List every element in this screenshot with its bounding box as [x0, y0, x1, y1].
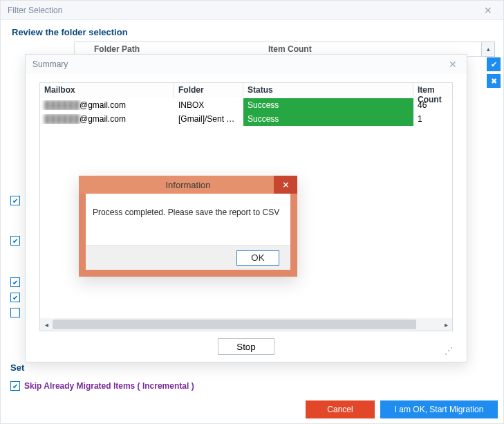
status-badge: Success [243, 112, 413, 126]
mailbox-domain: @gmail.com [80, 100, 126, 110]
horizontal-scrollbar[interactable]: ◂ ▸ [40, 318, 452, 331]
filter-checkbox[interactable] [10, 293, 20, 302]
summary-title: Summary [32, 59, 68, 69]
filter-checkbox-stack [10, 196, 20, 348]
scroll-up-button[interactable]: ▴ [481, 42, 495, 57]
col-item-count: Item Count [413, 83, 452, 98]
review-heading: Review the folder selection [12, 27, 495, 37]
information-title: Information [165, 180, 210, 190]
cell-status: Success [243, 98, 413, 112]
cell-status: Success [243, 112, 413, 126]
scroll-right-button[interactable]: ▸ [440, 318, 452, 331]
cell-item-count: 46 [413, 100, 452, 110]
skip-migrated-checkbox[interactable] [10, 381, 20, 391]
skip-migrated-row: Skip Already Migrated Items ( Incrementa… [10, 381, 194, 391]
col-mailbox: Mailbox [40, 83, 174, 98]
filter-checkbox[interactable] [10, 277, 20, 287]
summary-titlebar: Summary ✕ [26, 55, 467, 74]
mailbox-redacted: ██████ [44, 114, 80, 124]
resize-grip-icon: ⋰ [443, 347, 453, 356]
col-item-count: Item Count [268, 44, 494, 54]
scroll-track[interactable] [53, 318, 440, 331]
table-row[interactable]: ██████@gmail.com [Gmail]/Sent Mail Succe… [40, 112, 452, 126]
information-message: Process completed. Please save the repor… [86, 194, 290, 217]
skip-migrated-label: Skip Already Migrated Items ( Incrementa… [24, 381, 194, 391]
bottom-bar: Cancel I am OK, Start Migration [1, 396, 503, 423]
information-footer: OK [86, 245, 290, 270]
status-badge: Success [243, 98, 413, 112]
information-titlebar: Information ✕ [79, 176, 297, 194]
select-all-button[interactable]: ✔ [487, 57, 501, 71]
information-dialog: Information ✕ Process completed. Please … [79, 176, 297, 277]
close-icon[interactable]: ✕ [480, 3, 496, 17]
ok-button[interactable]: OK [236, 250, 279, 266]
col-status: Status [243, 83, 413, 98]
col-folder-path: Folder Path [75, 44, 268, 54]
filter-selection-titlebar: Filter Selection ✕ [1, 1, 503, 20]
start-migration-button[interactable]: I am OK, Start Migration [380, 400, 498, 418]
close-icon[interactable]: ✕ [446, 57, 460, 71]
settings-label: Set [10, 362, 24, 373]
summary-grid-header: Mailbox Folder Status Item Count [40, 83, 452, 98]
cell-mailbox: ██████@gmail.com [40, 114, 174, 124]
cancel-button[interactable]: Cancel [306, 400, 375, 418]
cell-item-count: 1 [413, 114, 452, 124]
filter-checkbox[interactable] [10, 308, 20, 317]
filter-selection-title: Filter Selection [8, 1, 62, 20]
mailbox-redacted: ██████ [44, 100, 80, 110]
cell-folder: INBOX [174, 100, 243, 110]
table-row[interactable]: ██████@gmail.com INBOX Success 46 [40, 98, 452, 112]
cell-mailbox: ██████@gmail.com [40, 100, 174, 110]
col-folder: Folder [174, 83, 243, 98]
deselect-all-button[interactable]: ✖ [487, 74, 501, 88]
close-icon[interactable]: ✕ [274, 176, 297, 194]
scroll-left-button[interactable]: ◂ [40, 318, 53, 331]
filter-checkbox[interactable] [10, 236, 20, 246]
stop-button[interactable]: Stop [218, 338, 274, 355]
filter-checkbox[interactable] [10, 196, 20, 205]
mailbox-domain: @gmail.com [80, 114, 126, 124]
cell-folder: [Gmail]/Sent Mail [174, 114, 243, 124]
scroll-thumb[interactable] [53, 320, 416, 329]
select-tools: ✔ ✖ [487, 57, 501, 91]
